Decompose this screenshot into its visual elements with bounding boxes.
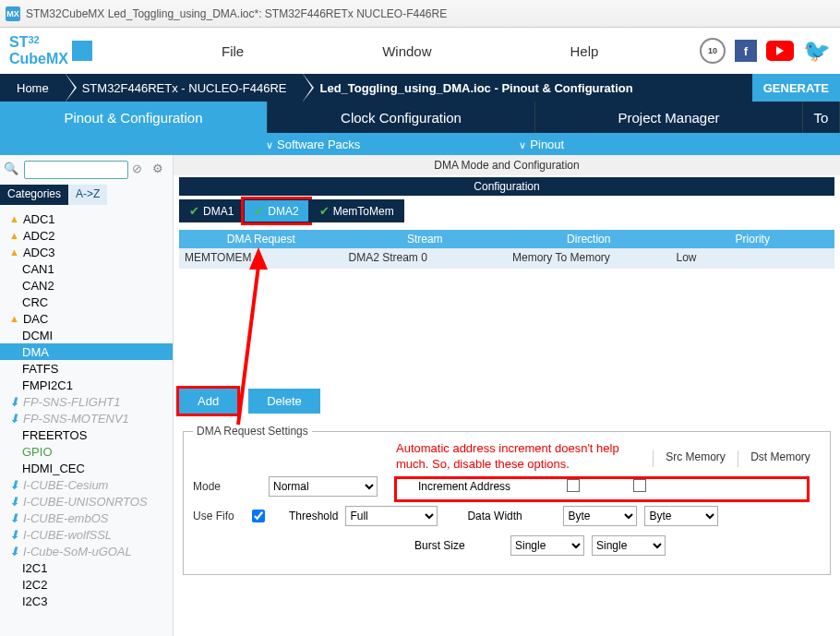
sidebar-item-gpio[interactable]: GPIO — [0, 443, 173, 460]
usefifo-checkbox[interactable] — [252, 510, 265, 522]
app-icon: MX — [6, 6, 20, 21]
anniversary-badge: 10 — [700, 38, 726, 64]
sidebar-item-i-cube-som-ugoal[interactable]: ⬇I-Cube-SoM-uGOAL — [0, 543, 173, 559]
delete-button[interactable]: Delete — [248, 389, 320, 414]
youtube-icon[interactable] — [766, 41, 794, 61]
window-title: STM32CubeMX Led_Toggling_using_DMA.ioc*:… — [26, 7, 447, 20]
warning-icon: ▲ — [9, 313, 19, 324]
sidebar-item-fatfs[interactable]: FATFS — [0, 360, 173, 377]
sidebar-item-i-cube-cesium[interactable]: ⬇I-CUBE-Cesium — [0, 476, 173, 493]
content-pane: DMA Mode and Configuration Configuration… — [174, 155, 840, 636]
increment-address-label: Increment Address — [418, 480, 538, 493]
sidebar-item-fp-sns-motenv1[interactable]: ⬇FP-SNS-MOTENV1 — [0, 410, 173, 426]
tab-clock[interactable]: Clock Configuration — [268, 102, 535, 133]
sidebar-item-adc1[interactable]: ▲ADC1 — [0, 210, 173, 227]
top-toolbar: ST32CubeMX File Window Help 10 f 🐦 — [0, 28, 840, 74]
facebook-icon[interactable]: f — [735, 40, 757, 62]
cubemx-logo: ST32CubeMX — [9, 34, 92, 67]
sidebar-item-can1[interactable]: CAN1 — [0, 260, 173, 277]
sidebar-item-freertos[interactable]: FREERTOS — [0, 426, 173, 443]
sub-toolbar: ∨Software Packs ∨Pinout — [0, 133, 840, 155]
sidebar-item-hdmi_cec[interactable]: HDMI_CEC — [0, 460, 173, 476]
mode-select[interactable]: Normal — [269, 476, 378, 497]
sidebar-item-crc[interactable]: CRC — [0, 294, 173, 310]
peripheral-list[interactable]: ▲ADC1▲ADC2▲ADC3CAN1CAN2CRC▲DACDCMIDMAFAT… — [0, 205, 173, 636]
menu-file[interactable]: File — [222, 43, 244, 59]
dst-memory-header: Dst Memory — [738, 450, 822, 467]
check-icon: ✔ — [189, 204, 199, 218]
warning-icon: ▲ — [9, 213, 19, 224]
sidebar-item-dcmi[interactable]: DCMI — [0, 327, 173, 343]
threshold-label: Threshold — [289, 510, 338, 522]
sidebar-item-adc2[interactable]: ▲ADC2 — [0, 227, 173, 244]
usefifo-label: Use Fifo — [193, 510, 245, 522]
burstsize-label: Burst Size — [414, 539, 503, 552]
warning-icon: ▲ — [9, 230, 19, 241]
download-icon: ⬇ — [9, 395, 19, 409]
annotation-text: Automatic address increment doesn't help… — [396, 441, 636, 473]
sidebar-item-i2c2[interactable]: I2C2 — [0, 576, 173, 593]
sidebar: 🔍 ⊘ ⚙ Categories A->Z ▲ADC1▲ADC2▲ADC3CAN… — [0, 155, 174, 636]
window-title-bar: MX STM32CubeMX Led_Toggling_using_DMA.io… — [0, 0, 840, 28]
dma-request-settings: DMA Request Settings Automatic address i… — [183, 425, 831, 575]
sidebar-item-i-cube-wolfssl[interactable]: ⬇I-CUBE-wolfSSL — [0, 526, 173, 543]
configuration-header: Configuration — [179, 177, 834, 196]
twitter-icon[interactable]: 🐦 — [803, 38, 831, 64]
tab-pinout[interactable]: Pinout & Configuration — [0, 102, 268, 133]
dst-burst-select[interactable]: Single — [592, 535, 666, 556]
menu-window[interactable]: Window — [382, 43, 431, 59]
tab-categories[interactable]: Categories — [0, 185, 68, 205]
datawidth-label: Data Width — [467, 510, 556, 522]
src-memory-header: Src Memory — [653, 450, 738, 467]
cube-icon — [72, 41, 92, 61]
add-button[interactable]: Add — [179, 389, 237, 414]
search-input[interactable] — [24, 161, 128, 179]
settings-gear-icon[interactable]: ⚙ — [152, 162, 169, 178]
sidebar-item-dma[interactable]: DMA — [0, 343, 173, 360]
download-icon: ⬇ — [9, 495, 19, 509]
breadcrumb-project[interactable]: Led_Toggling_using_DMA.ioc - Pinout & Co… — [303, 74, 649, 102]
mode-label: Mode — [193, 480, 261, 493]
sidebar-item-dac[interactable]: ▲DAC — [0, 310, 173, 327]
generate-button[interactable]: GENERATE — [752, 74, 840, 102]
software-packs-dropdown[interactable]: ∨Software Packs — [251, 138, 375, 151]
threshold-select[interactable]: Full — [345, 506, 438, 526]
sidebar-item-i2c3[interactable]: I2C3 — [0, 593, 173, 609]
dma-table-header: DMA Request Stream Direction Priority — [179, 230, 834, 248]
src-datawidth-select[interactable]: Byte — [563, 506, 637, 526]
breadcrumb-home[interactable]: Home — [0, 74, 66, 102]
src-burst-select[interactable]: Single — [510, 535, 584, 556]
sidebar-item-can2[interactable]: CAN2 — [0, 277, 173, 294]
sidebar-item-i-cube-embos[interactable]: ⬇I-CUBE-embOS — [0, 510, 173, 526]
sidebar-item-fp-sns-flight1[interactable]: ⬇FP-SNS-FLIGHT1 — [0, 393, 173, 410]
content-header: DMA Mode and Configuration — [174, 155, 840, 175]
src-increment-checkbox[interactable] — [567, 479, 580, 492]
search-icon[interactable]: 🔍 — [4, 162, 20, 178]
tab-tools[interactable]: To — [803, 102, 840, 133]
sidebar-item-adc3[interactable]: ▲ADC3 — [0, 244, 173, 260]
download-icon: ⬇ — [9, 528, 19, 542]
sidebar-item-fmpi2c1[interactable]: FMPI2C1 — [0, 377, 173, 393]
sidebar-item-i2c1[interactable]: I2C1 — [0, 559, 173, 576]
breadcrumb-part[interactable]: STM32F446RETx - NUCLEO-F446RE — [66, 74, 304, 102]
check-icon: ✔ — [254, 204, 264, 218]
download-icon: ⬇ — [9, 511, 19, 525]
download-icon: ⬇ — [9, 412, 19, 426]
tab-project[interactable]: Project Manager — [535, 102, 803, 133]
pinout-dropdown[interactable]: ∨Pinout — [504, 138, 579, 151]
tab-az[interactable]: A->Z — [68, 185, 107, 205]
warning-icon: ▲ — [9, 246, 19, 258]
search-clear-icon[interactable]: ⊘ — [132, 162, 149, 178]
tab-dma2[interactable]: ✔DMA2 — [244, 199, 308, 222]
tab-memtomem[interactable]: ✔MemToMem — [309, 199, 404, 222]
download-icon: ⬇ — [9, 478, 19, 492]
dma-table-row[interactable]: MEMTOMEM DMA2 Stream 0 Memory To Memory … — [179, 248, 834, 269]
main-tabs: Pinout & Configuration Clock Configurati… — [0, 102, 840, 133]
dst-datawidth-select[interactable]: Byte — [644, 506, 718, 526]
menu-help[interactable]: Help — [570, 43, 599, 59]
check-icon: ✔ — [319, 204, 330, 218]
tab-dma1[interactable]: ✔DMA1 — [179, 199, 244, 222]
dst-increment-checkbox[interactable] — [633, 479, 646, 492]
breadcrumb: Home STM32F446RETx - NUCLEO-F446RE Led_T… — [0, 74, 840, 102]
sidebar-item-i-cube-unisonrtos[interactable]: ⬇I-CUBE-UNISONRTOS — [0, 493, 173, 510]
